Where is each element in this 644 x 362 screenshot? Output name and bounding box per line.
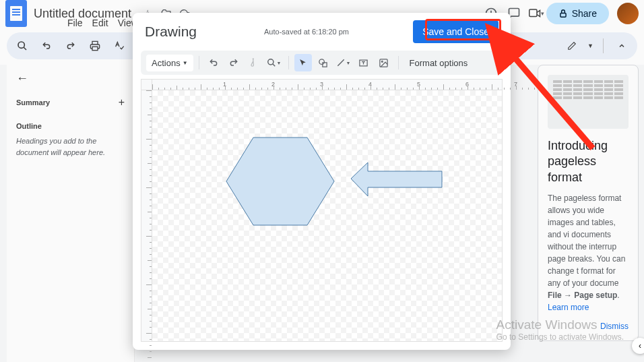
format-options-button[interactable]: Format options [410,58,468,68]
save-and-close-button[interactable]: Save and Close [413,20,498,43]
actions-button[interactable]: Actions▼ [146,55,193,71]
separator [398,56,399,69]
hexagon-shape[interactable] [226,138,334,225]
windows-activation-watermark: Activate Windows Go to Settings to activ… [496,318,624,342]
drawing-dialog: Drawing Auto-saved at 6:18:20 pm Save an… [133,13,511,350]
svg-point-12 [319,59,325,64]
shape-tool-icon[interactable] [315,54,332,71]
watermark-subtitle: Go to Settings to activate Windows. [496,332,624,342]
dialog-title: Drawing [145,24,197,40]
explore-button-icon[interactable]: ‹ [632,338,644,354]
drawing-canvas-area: 1234567 [141,79,503,342]
zoom-icon[interactable]: ▼ [265,54,283,71]
text-box-icon[interactable] [355,54,373,71]
svg-point-11 [267,59,273,65]
autosave-status: Auto-saved at 6:18:20 pm [264,28,349,36]
separator [199,56,199,69]
drawing-canvas[interactable] [152,90,502,341]
line-tool-icon[interactable]: ▼ [335,54,352,71]
horizontal-ruler: 1234567 [152,80,502,90]
svg-point-16 [381,61,383,62]
dialog-header: Drawing Auto-saved at 6:18:20 pm Save an… [133,13,511,51]
drawing-toolbar: Actions▼ ▼ ▼ Format optio [141,51,503,75]
undo-icon[interactable] [205,54,222,71]
svg-rect-13 [323,62,327,66]
ruler-corner [141,80,152,90]
image-icon[interactable] [375,54,393,71]
separator [288,56,289,69]
paint-format-icon[interactable] [245,54,263,71]
watermark-title: Activate Windows [496,318,624,332]
left-arrow-shape[interactable] [351,162,442,196]
redo-icon[interactable] [225,54,243,71]
vertical-ruler [141,90,152,341]
select-tool-icon[interactable] [294,54,312,71]
